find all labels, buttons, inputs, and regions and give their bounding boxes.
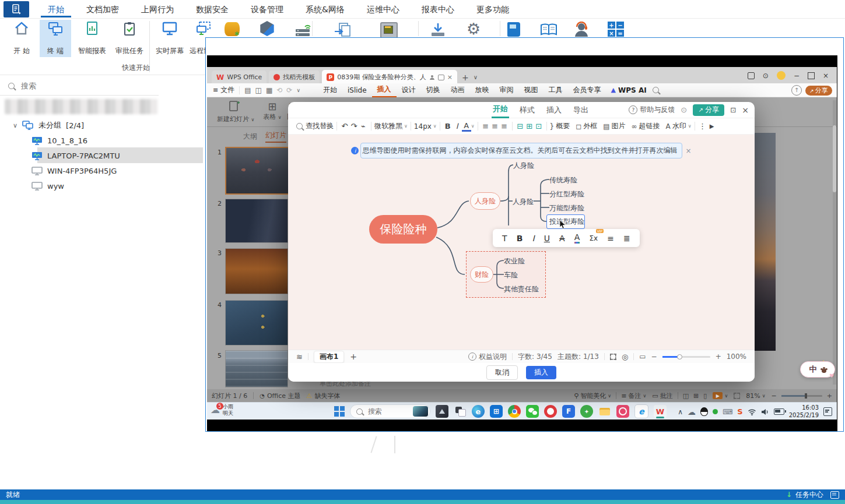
- scrollbar-thumb[interactable]: [833, 125, 836, 192]
- fit-screen-icon[interactable]: [610, 354, 616, 360]
- italic-icon[interactable]: I: [453, 121, 462, 132]
- wps-share-button[interactable]: ↗ 分享: [805, 86, 832, 96]
- menu-item-doc-encrypt[interactable]: 文档加密: [79, 1, 126, 17]
- wechat-tray-icon[interactable]: [713, 409, 718, 414]
- font-size-select[interactable]: 14px∨: [414, 122, 437, 131]
- wps-ai-entry[interactable]: ▲ WPS AI: [611, 86, 647, 94]
- zoom-slider[interactable]: [781, 395, 822, 397]
- zoom-in-icon[interactable]: +: [716, 353, 721, 361]
- fullscreen-icon[interactable]: [734, 393, 740, 399]
- device-row-selected[interactable]: LAPTOP-7PAC2MTU: [31, 148, 201, 163]
- smart-beautify-button[interactable]: ⚲智能美化∨: [574, 392, 611, 400]
- app-logo-button[interactable]: [3, 1, 29, 17]
- task-list-icon[interactable]: [830, 491, 839, 499]
- dialog-share-button[interactable]: ↗ 分享: [693, 104, 724, 116]
- ethernet-port-icon[interactable]: [380, 22, 398, 38]
- expand-toolbar-icon[interactable]: ▶: [707, 121, 717, 132]
- slide-thumbnail-4[interactable]: [225, 300, 288, 346]
- more-tools-icon[interactable]: ⋮: [698, 121, 707, 132]
- new-slide-button[interactable]: 新建幻灯片 ∨: [217, 100, 252, 124]
- support-agent-icon[interactable]: [573, 22, 590, 39]
- ribbon-tab-view[interactable]: 视图: [519, 83, 544, 97]
- dialog-tab-export[interactable]: 导出: [572, 103, 590, 118]
- align-center-icon[interactable]: ≡: [490, 121, 500, 132]
- insert-button[interactable]: 插入: [526, 366, 556, 379]
- watermark-button[interactable]: A水印∨: [666, 121, 692, 131]
- pink-app-icon[interactable]: [616, 405, 629, 418]
- insert-parent-icon[interactable]: ⊡: [534, 121, 544, 132]
- close-icon[interactable]: ×: [823, 72, 829, 80]
- add-canvas-icon[interactable]: +: [350, 352, 357, 361]
- toolbar-live-screen-button[interactable]: 实时屏幕: [153, 20, 187, 57]
- layout-icon[interactable]: [748, 72, 755, 79]
- ribbon-tab-start[interactable]: 开始: [318, 83, 342, 97]
- table-button[interactable]: ⊞ 表格 ∨: [261, 100, 284, 121]
- menu-item-more[interactable]: 更多功能: [469, 1, 516, 17]
- missing-font-warning[interactable]: ⚠ 缺失字体: [307, 392, 341, 400]
- speaker-icon[interactable]: [761, 408, 769, 415]
- taskbar-weather-widget[interactable]: ☁5 小雨 明天: [211, 404, 233, 417]
- save-icon[interactable]: ▤: [244, 86, 251, 94]
- zoom-out-icon[interactable]: −: [651, 353, 657, 361]
- device-row[interactable]: WIN-4FP3P64H5JG: [31, 163, 201, 178]
- open-book-icon[interactable]: [539, 23, 558, 38]
- sidebar-group-unassigned[interactable]: ∨ 未分组 [2/4]: [13, 118, 199, 133]
- output-icon[interactable]: ◫: [255, 86, 262, 94]
- slide-thumbnail-5[interactable]: [225, 350, 288, 387]
- mindmap-leaf[interactable]: 农业险: [504, 256, 525, 266]
- menu-item-sys-network[interactable]: 系统&网络: [299, 1, 352, 17]
- dialog-tab-start[interactable]: 开始: [492, 101, 509, 118]
- new-tab-icon[interactable]: +: [460, 73, 471, 82]
- ribbon-tab-member[interactable]: 会员专享: [568, 83, 606, 97]
- edge-icon[interactable]: e: [472, 405, 485, 418]
- task-center-button[interactable]: 任务中心: [795, 490, 823, 500]
- mindmap-root-node[interactable]: 保险险种: [369, 215, 437, 244]
- toolbar-terminal-button[interactable]: 终 端: [40, 20, 71, 57]
- comments-button[interactable]: ▭批注: [652, 392, 672, 400]
- play-options-icon[interactable]: ∨: [724, 393, 728, 399]
- qq-penguin-icon[interactable]: [700, 407, 708, 416]
- wps-tab-home[interactable]: W WPS Office: [212, 71, 267, 84]
- canvas-tab[interactable]: 画布1: [314, 351, 344, 363]
- summary-button[interactable]: }概要: [550, 121, 570, 131]
- tab-close-icon[interactable]: ×: [447, 73, 453, 81]
- bold-icon[interactable]: B: [443, 121, 453, 132]
- strikethrough-icon[interactable]: A: [559, 234, 565, 243]
- mindmap-canvas[interactable]: i 思维导图使用时需保持联网，内容会实时保存至云文档。关闭后可在云文档中找到文件…: [288, 135, 755, 350]
- menu-item-home[interactable]: 开始: [41, 1, 71, 17]
- toolbar-start-button[interactable]: 开 始: [6, 20, 37, 57]
- find-replace-button[interactable]: 查找替换: [296, 121, 334, 131]
- download-icon[interactable]: [430, 22, 446, 39]
- toolbar-approval-button[interactable]: 审批任务: [112, 20, 147, 57]
- chrome-icon[interactable]: [508, 405, 521, 418]
- ribbon-tab-slideshow[interactable]: 放映: [470, 83, 495, 97]
- menu-item-ops-center[interactable]: 运维中心: [360, 1, 406, 17]
- restore-icon[interactable]: [808, 72, 815, 79]
- menu-item-data-security[interactable]: 数据安全: [189, 1, 236, 17]
- wps-tab-docer[interactable]: 找稻壳模板: [269, 71, 320, 84]
- mindmap-subnode[interactable]: 人身险: [513, 197, 534, 207]
- tab-slides[interactable]: 幻灯片: [265, 131, 286, 143]
- undo-icon[interactable]: ↶: [340, 121, 349, 132]
- menu-item-report-center[interactable]: 报表中心: [415, 1, 461, 17]
- notice-close-icon[interactable]: ×: [685, 147, 691, 155]
- layers-icon[interactable]: ≋: [296, 353, 303, 361]
- toolbar-smart-report-button[interactable]: 智能报表: [73, 20, 111, 57]
- mindmap-leaf[interactable]: 分红型寿险: [549, 189, 584, 199]
- manual-book-icon[interactable]: [507, 22, 520, 37]
- calculator-icon[interactable]: + − × =: [608, 22, 624, 37]
- store-icon[interactable]: ⊞: [490, 405, 503, 418]
- task-view-icon[interactable]: [454, 405, 467, 418]
- ribbon-tab-insert[interactable]: 插入: [372, 82, 397, 98]
- mindmap-branch-node[interactable]: 人身险: [470, 192, 500, 210]
- status-circle-icon[interactable]: ⊙: [681, 105, 687, 114]
- avatar[interactable]: [777, 71, 786, 80]
- cloud-sync-icon[interactable]: ↑: [791, 85, 802, 96]
- f-app-icon[interactable]: F: [562, 405, 575, 418]
- ribbon-tab-transition[interactable]: 切换: [421, 83, 446, 97]
- font-color-icon[interactable]: A: [574, 232, 580, 244]
- font-family-select[interactable]: 微软雅黑∨: [374, 121, 408, 131]
- notification-icon[interactable]: [823, 407, 832, 416]
- dialog-close-icon[interactable]: ×: [742, 105, 749, 115]
- cloud-tray-icon[interactable]: ☁: [688, 407, 696, 417]
